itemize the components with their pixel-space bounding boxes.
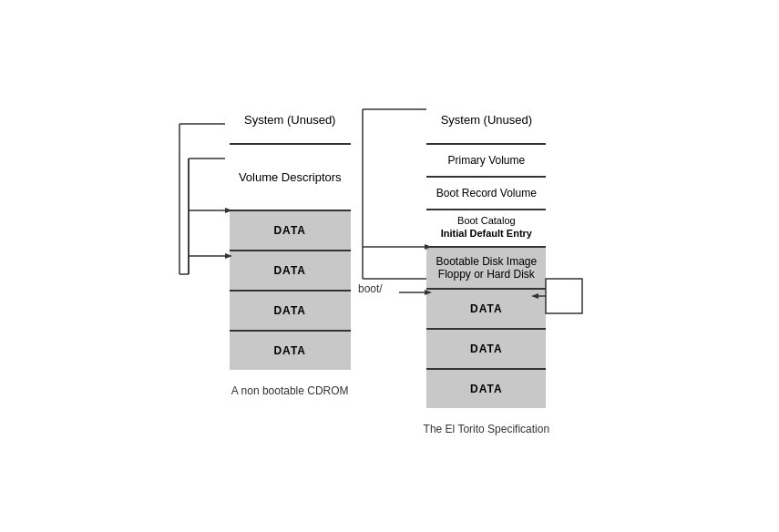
right-data-block-2: DATA: [426, 330, 546, 370]
bootable-disk-line2: Floppy or Hard Disk: [436, 268, 537, 281]
boot-catalog: Boot Catalog: [426, 210, 546, 227]
right-data-block-3: DATA: [426, 370, 546, 408]
initial-default-entry: Initial Default Entry: [426, 227, 546, 248]
left-arrows-svg: [170, 97, 234, 388]
right-data-block-1: DATA: [426, 290, 546, 330]
left-data-block-2: DATA: [230, 251, 351, 292]
svg-marker-21: [425, 290, 432, 295]
left-data-block-3: DATA: [230, 292, 351, 332]
left-volume-block: System (Unused) Volume Descriptors DATA …: [230, 97, 351, 370]
left-diagram-label: A non bootable CDROM: [231, 384, 349, 397]
right-volume-block: System (Unused) Primary Volume Boot Reco…: [426, 97, 546, 408]
bootable-disk-image: Bootable Disk Image Floppy or Hard Disk: [426, 248, 546, 290]
svg-marker-4: [225, 208, 232, 213]
right-system-unused: System (Unused): [426, 97, 546, 145]
left-system-unused: System (Unused): [230, 97, 351, 145]
right-diagram-label: The El Torito Specification: [424, 423, 550, 435]
right-arrows-left-svg: boot/: [354, 97, 436, 461]
right-diagram: boot/ System (Unused) Primary Volume Boo…: [426, 97, 546, 408]
left-diagram: System (Unused) Volume Descriptors DATA …: [230, 97, 351, 370]
right-arrows-right-svg: [541, 274, 596, 320]
left-data-block-4: DATA: [230, 332, 351, 370]
primary-volume: Primary Volume: [426, 145, 546, 178]
bootable-disk-line1: Bootable Disk Image: [436, 255, 537, 268]
svg-marker-6: [225, 253, 232, 259]
svg-text:boot/: boot/: [358, 282, 383, 295]
svg-rect-22: [546, 279, 582, 313]
svg-marker-17: [425, 244, 432, 250]
left-data-block-1: DATA: [230, 211, 351, 251]
boot-record-volume: Boot Record Volume: [426, 178, 546, 210]
volume-descriptors: Volume Descriptors: [230, 145, 351, 211]
